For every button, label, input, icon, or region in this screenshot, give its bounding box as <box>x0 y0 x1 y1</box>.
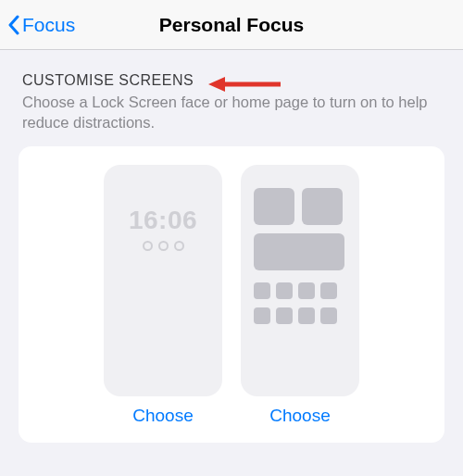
app-icon <box>320 282 337 299</box>
back-button[interactable]: Focus <box>0 14 75 36</box>
lock-screen-preview[interactable]: 16:06 <box>104 165 222 396</box>
choose-lock-button[interactable]: Choose <box>132 406 194 426</box>
widget-small-icon <box>254 188 294 225</box>
back-label: Focus <box>22 14 75 36</box>
section-header: CUSTOMISE SCREENS <box>22 72 444 89</box>
app-icon <box>254 307 270 324</box>
lock-dot <box>158 241 169 251</box>
section-customise-screens: CUSTOMISE SCREENS Choose a Lock Screen f… <box>0 50 463 133</box>
screens-card: 16:06 Choose <box>19 146 444 443</box>
app-icon <box>276 282 293 299</box>
lock-dot <box>174 241 184 251</box>
home-grid <box>241 165 359 337</box>
app-icon <box>298 282 315 299</box>
chevron-left-icon <box>7 15 19 35</box>
lock-dot <box>143 241 153 251</box>
section-description: Choose a Lock Screen face or home page t… <box>22 92 444 133</box>
lock-dots <box>104 241 222 251</box>
lock-screen-option: 16:06 Choose <box>104 165 222 426</box>
page-title: Personal Focus <box>159 14 304 36</box>
home-screen-option: Choose <box>241 165 359 426</box>
widget-small-icon <box>302 188 343 225</box>
widget-wide-icon <box>254 233 344 270</box>
app-icon <box>298 307 315 324</box>
app-icon <box>320 307 337 324</box>
choose-home-button[interactable]: Choose <box>269 406 331 426</box>
app-icon <box>276 307 293 324</box>
navigation-bar: Focus Personal Focus <box>0 0 463 50</box>
lock-time: 16:06 <box>104 165 222 235</box>
app-icon <box>254 282 270 299</box>
home-screen-preview[interactable] <box>241 165 359 396</box>
